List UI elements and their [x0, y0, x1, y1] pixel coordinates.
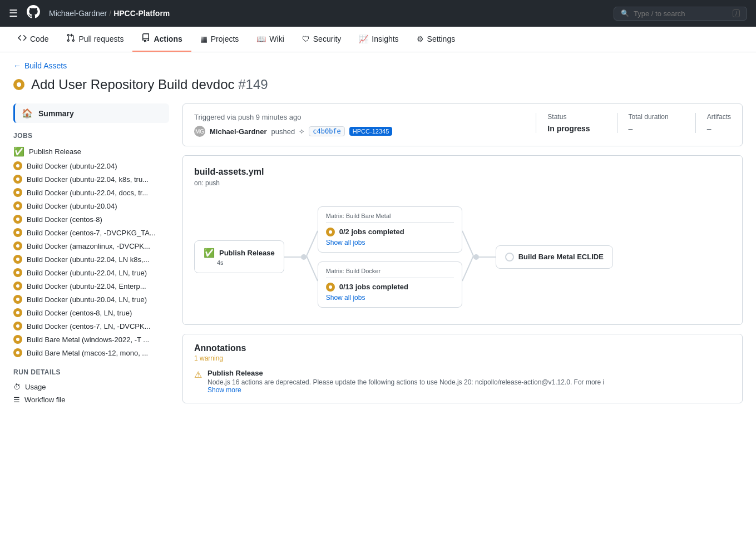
nav-wiki[interactable]: 📖 Wiki	[248, 28, 293, 51]
publish-release-node[interactable]: ✅ Publish Release 4s	[194, 240, 284, 273]
job-item[interactable]: Build Docker (centos-8)	[13, 213, 169, 226]
nav-actions[interactable]: Actions	[132, 27, 191, 52]
flow-title: build-assets.yml	[194, 167, 731, 177]
job-label: Build Docker (ubuntu-22.04, LN k8s,...	[27, 255, 149, 264]
warning-triangle-icon: ⚠	[194, 369, 202, 380]
job-status-yellow-icon	[13, 241, 22, 250]
nav-projects-label: Projects	[211, 34, 239, 43]
jobs-section-label: Jobs	[13, 132, 169, 140]
job-status-yellow-icon	[13, 228, 22, 237]
artifacts-value: –	[707, 124, 731, 133]
breadcrumb[interactable]: ← Build Assets	[13, 61, 743, 70]
job-item[interactable]: Build Docker (ubuntu-22.04)	[13, 159, 169, 172]
search-icon: 🔍	[621, 9, 629, 17]
job-item[interactable]: Build Docker (ubuntu-22.04, k8s, tru...	[13, 172, 169, 186]
nav-code[interactable]: Code	[9, 27, 57, 52]
job-item[interactable]: Build Docker (ubuntu-20.04)	[13, 199, 169, 213]
status-in-progress-icon	[13, 79, 24, 90]
main-layout: 🏠 Summary Jobs ✅ Publish Release Build D…	[13, 103, 743, 406]
annotation-description: Node.js 16 actions are deprecated. Pleas…	[207, 378, 604, 386]
publish-release-green-icon: ✅	[204, 248, 215, 258]
actions-icon	[141, 33, 150, 44]
hamburger-icon[interactable]: ☰	[9, 7, 18, 19]
matrix-bare-metal-node[interactable]: Matrix: Build Bare Metal 0/2 jobs comple…	[318, 206, 462, 253]
matrix-docker-status-icon	[326, 283, 335, 292]
job-status-yellow-icon	[13, 255, 22, 264]
repo-navigation: Code Pull requests Actions ▦ Projects 📖 …	[0, 27, 756, 52]
nav-security[interactable]: 🛡 Security	[293, 28, 350, 51]
summary-nav-item[interactable]: 🏠 Summary	[13, 103, 169, 123]
job-status-yellow-icon	[13, 282, 22, 290]
job-item[interactable]: Build Docker (ubuntu-22.04, Enterp...	[13, 279, 169, 293]
annotations-box: Annotations 1 warning ⚠ Publish Release …	[182, 334, 743, 403]
annotation-title: Publish Release	[207, 369, 604, 377]
pr-badge[interactable]: HPCC-12345	[349, 127, 392, 136]
job-status-yellow-icon	[13, 161, 22, 170]
main-content: Triggered via push 9 minutes ago MG Mich…	[182, 103, 743, 406]
job-item[interactable]: Build Bare Metal (windows-2022, -T ...	[13, 333, 169, 346]
job-item[interactable]: Build Docker (amazonlinux, -DVCPK...	[13, 239, 169, 253]
job-label: Build Docker (ubuntu-22.04, k8s, tru...	[27, 175, 149, 184]
job-item[interactable]: Build Docker (ubuntu-22.04, docs, tr...	[13, 186, 169, 199]
job-status-yellow-icon	[13, 348, 22, 357]
search-input[interactable]	[634, 9, 728, 18]
nav-projects[interactable]: ▦ Projects	[191, 28, 248, 51]
connector-1	[284, 254, 307, 260]
nav-pull-requests[interactable]: Pull requests	[57, 27, 132, 52]
pushed-text: pushed	[271, 127, 295, 136]
usage-icon: ⏱	[13, 383, 21, 391]
job-status-yellow-icon	[13, 188, 22, 197]
svg-line-1	[307, 256, 318, 281]
nav-settings-label: Settings	[427, 34, 456, 43]
flow-diagram-box: build-assets.yml on: push ✅ Publish Rele…	[182, 155, 743, 325]
github-logo	[27, 5, 40, 22]
matrix-bare-metal-label: Matrix: Build Bare Metal	[326, 213, 454, 223]
nav-security-label: Security	[313, 34, 342, 43]
run-detail-usage[interactable]: ⏱ Usage	[13, 381, 169, 393]
trigger-detail-row: MG Michael-Gardner pushed ⟡ c4b0bfe HPCC…	[194, 126, 392, 137]
job-status-green-icon: ✅	[13, 146, 24, 157]
commit-arrow: ⟡	[299, 127, 304, 136]
svg-line-2	[462, 231, 473, 256]
run-detail-workflow-file[interactable]: ☰ Workflow file	[13, 393, 169, 406]
matrix-status-icon	[326, 228, 335, 236]
user-name[interactable]: Michael-Gardner	[210, 127, 267, 136]
duration-col: Total duration –	[617, 113, 669, 133]
sidebar: 🏠 Summary Jobs ✅ Publish Release Build D…	[13, 103, 169, 406]
page-title-area: Add User Repository Build devdoc #149	[13, 77, 743, 92]
nav-settings[interactable]: ⚙ Settings	[408, 28, 465, 51]
job-label: Build Docker (ubuntu-22.04, LN, true)	[27, 269, 147, 277]
job-label: Build Bare Metal (windows-2022, -T ...	[27, 335, 149, 344]
job-item[interactable]: Build Bare Metal (macos-12, mono, ...	[13, 346, 169, 359]
matrix-docker-show-all[interactable]: Show all jobs	[326, 294, 454, 302]
job-item[interactable]: Build Docker (centos-7, -DVCPKG_TA...	[13, 226, 169, 239]
job-label: Build Docker (ubuntu-22.04, docs, tr...	[27, 189, 148, 197]
matrix-docker-node[interactable]: Matrix: Build Docker 0/13 jobs completed…	[318, 261, 462, 308]
show-more-link[interactable]: Show more	[207, 386, 604, 394]
nav-pull-requests-label: Pull requests	[78, 34, 123, 43]
repo-name[interactable]: HPCC-Platform	[113, 9, 170, 18]
summary-label: Summary	[38, 109, 74, 118]
owner-name[interactable]: Michael-Gardner	[49, 9, 107, 18]
annotations-title: Annotations	[194, 343, 731, 353]
matrix-bare-metal-show-all[interactable]: Show all jobs	[326, 239, 454, 246]
job-item[interactable]: Build Docker (ubuntu-22.04, LN, true)	[13, 266, 169, 279]
workflow-file-label: Workflow file	[24, 396, 65, 404]
nav-insights[interactable]: 📈 Insights	[350, 28, 407, 51]
build-bare-metal-eclide-node[interactable]: Build Bare Metal ECLIDE	[496, 245, 613, 269]
job-item[interactable]: Build Docker (centos-7, LN, -DVCPK...	[13, 319, 169, 333]
job-status-yellow-icon	[13, 335, 22, 344]
global-search[interactable]: 🔍 /	[614, 7, 747, 21]
job-item[interactable]: Build Docker (ubuntu-20.04, LN, true)	[13, 293, 169, 306]
annotation-item: ⚠ Publish Release Node.js 16 actions are…	[194, 369, 731, 394]
bare-metal-eclide-label: Build Bare Metal ECLIDE	[518, 253, 604, 261]
job-item[interactable]: Build Docker (centos-8, LN, true)	[13, 306, 169, 319]
page-content: ← Build Assets Add User Repository Build…	[0, 52, 756, 415]
job-label: Build Bare Metal (macos-12, mono, ...	[27, 349, 148, 357]
job-item-publish-release[interactable]: ✅ Publish Release	[13, 144, 169, 159]
job-item[interactable]: Build Docker (ubuntu-22.04, LN k8s,...	[13, 253, 169, 266]
job-label: Build Docker (centos-8, LN, true)	[27, 309, 132, 317]
job-label: Build Docker (centos-7, LN, -DVCPK...	[27, 322, 151, 330]
job-label: Build Docker (ubuntu-20.04, LN, true)	[27, 295, 147, 304]
commit-hash[interactable]: c4b0bfe	[309, 126, 345, 136]
